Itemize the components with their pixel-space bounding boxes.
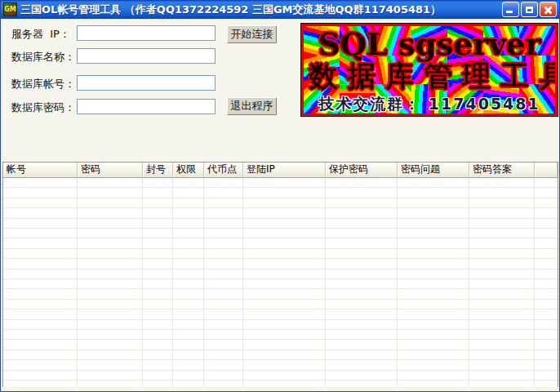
table-header-row: 帐号密码封号权限代币点登陆IP保护密码密码问题密码答案 (3, 163, 558, 178)
db-account-label: 数据库帐号： (11, 77, 75, 91)
minimize-icon (506, 11, 513, 13)
grid-line (203, 178, 204, 387)
column-header-7[interactable]: 密码问题 (398, 163, 469, 177)
column-header-8[interactable]: 密码答案 (469, 163, 535, 177)
connect-button[interactable]: 开始连接 (227, 25, 277, 43)
grid-line (534, 178, 535, 387)
db-password-input[interactable] (77, 99, 216, 114)
server-ip-input[interactable] (77, 25, 216, 41)
maximize-button[interactable] (521, 2, 538, 17)
grid-line (77, 178, 78, 387)
column-header-4[interactable]: 代币点 (204, 163, 243, 177)
db-name-input[interactable] (77, 48, 216, 64)
column-header-5[interactable]: 登陆IP (243, 163, 326, 177)
column-header-0[interactable]: 帐号 (3, 163, 78, 177)
maximize-icon (526, 7, 533, 13)
grid-line (242, 178, 243, 387)
accounts-table: 帐号密码封号权限代币点登陆IP保护密码密码问题密码答案 (2, 162, 558, 387)
db-account-input[interactable] (77, 75, 216, 91)
app-icon: GM (3, 2, 17, 16)
grid-line (469, 178, 469, 387)
grid-line (397, 178, 398, 387)
db-password-label: 数据库密码： (11, 100, 75, 115)
db-name-label: 数据库名称： (11, 50, 75, 65)
column-header-filler (535, 163, 558, 177)
window-controls (502, 2, 557, 17)
banner-image: SQL sgserver 数据库管理工具 技术交流群： 117405481 (301, 24, 558, 116)
table-body[interactable] (3, 178, 558, 387)
column-header-6[interactable]: 保护密码 (326, 163, 398, 177)
exit-button[interactable]: 退出程序 (227, 97, 277, 115)
column-header-1[interactable]: 密码 (78, 163, 143, 177)
banner-title-cn: 数据库管理工具 (304, 57, 555, 96)
banner-qq-group: 技术交流群： 117405481 (304, 94, 555, 115)
grid-line (325, 178, 326, 387)
server-ip-label: 服务器 IP： (11, 27, 70, 42)
titlebar: GM 三国OL帐号管理工具 （作者QQ1372224592 三国GM交流基地QQ… (1, 0, 559, 19)
grid-line (172, 178, 173, 387)
minimize-button[interactable] (502, 2, 519, 17)
window-title: 三国OL帐号管理工具 （作者QQ1372224592 三国GM交流基地QQ群11… (20, 2, 502, 17)
close-button[interactable] (540, 2, 557, 17)
column-header-3[interactable]: 权限 (173, 163, 204, 177)
app-window: GM 三国OL帐号管理工具 （作者QQ1372224592 三国GM交流基地QQ… (0, 0, 560, 392)
grid-line (142, 178, 143, 387)
column-header-2[interactable]: 封号 (143, 163, 173, 177)
app-icon-label: GM (4, 6, 16, 13)
